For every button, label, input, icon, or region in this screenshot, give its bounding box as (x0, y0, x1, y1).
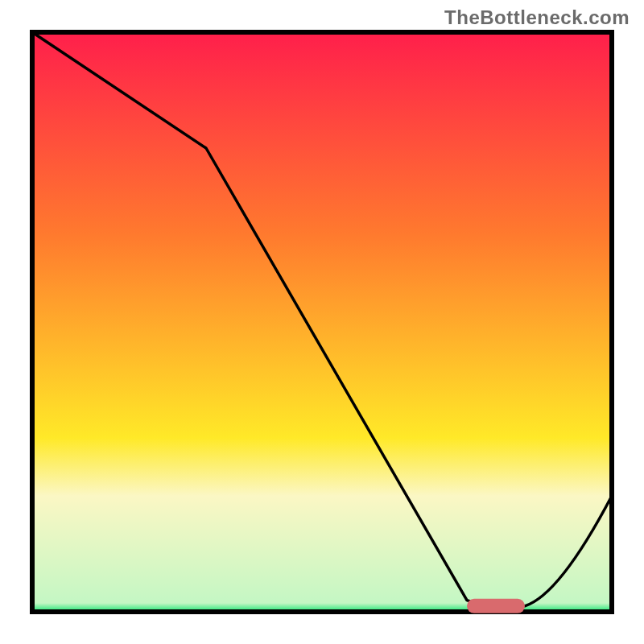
plot-background (32, 32, 612, 612)
chart-container: TheBottleneck.com (0, 0, 644, 644)
bottleneck-chart (0, 0, 644, 644)
optimal-zone-marker (467, 599, 525, 613)
